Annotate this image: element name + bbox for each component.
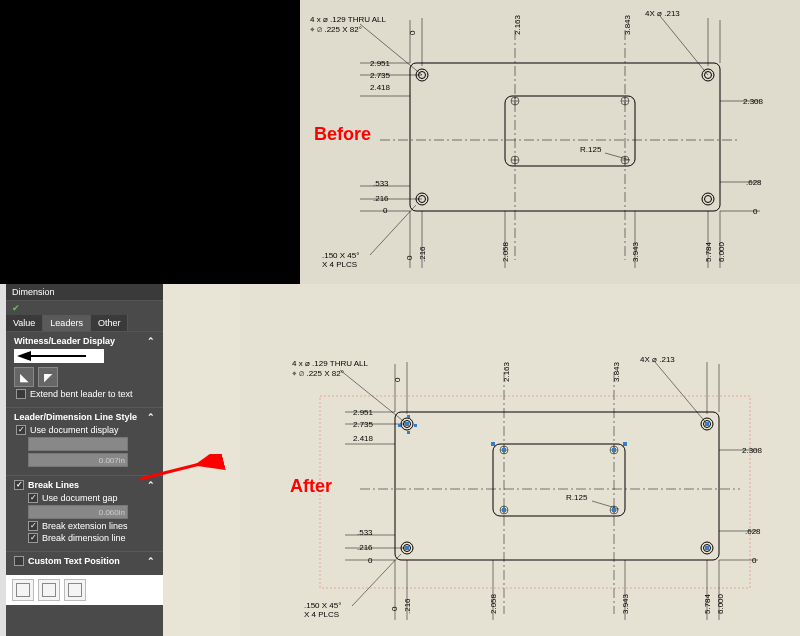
use-doc-gap-checkbox[interactable] (28, 493, 38, 503)
svg-rect-130 (407, 431, 410, 434)
svg-text:⌖ ⌀ .225 X 82°: ⌖ ⌀ .225 X 82° (292, 369, 344, 378)
after-svg: 4 x ⌀ .129 THRU ALL ⌖ ⌀ .225 X 82° 4X ⌀ … (240, 284, 800, 636)
break-lines-checkbox[interactable] (14, 480, 24, 490)
svg-text:0: 0 (752, 556, 757, 565)
before-drawing-canvas: 4 x ⌀ .129 THRU ALL ⌖ ⌀ .225 X 82° 4X ⌀ … (300, 0, 800, 284)
gap-input[interactable]: 0.060in (28, 505, 128, 519)
tab-leaders[interactable]: Leaders (43, 315, 91, 331)
svg-text:0: 0 (393, 377, 402, 382)
leader-style-1-icon[interactable]: ◣ (14, 367, 34, 387)
svg-text:.216: .216 (357, 543, 373, 552)
svg-text:.150 X 45°: .150 X 45° (304, 601, 341, 610)
svg-text:2.735: 2.735 (353, 420, 374, 429)
svg-text:2.418: 2.418 (353, 434, 374, 443)
svg-text:0: 0 (405, 255, 414, 260)
svg-text:4 x ⌀ .129 THRU ALL: 4 x ⌀ .129 THRU ALL (292, 359, 369, 368)
note-thru: 4 x ⌀ .129 THRU ALL (310, 15, 387, 24)
line-style-dropdown[interactable] (28, 437, 128, 451)
svg-rect-119 (405, 546, 409, 550)
text-pos-icons (6, 575, 163, 605)
after-drawing-canvas[interactable]: 4 x ⌀ .129 THRU ALL ⌖ ⌀ .225 X 82° 4X ⌀ … (240, 284, 800, 636)
collapse-icon[interactable]: ⌃ (147, 480, 155, 490)
after-label: After (290, 476, 332, 497)
svg-rect-127 (398, 424, 401, 427)
collapse-icon[interactable]: ⌃ (147, 336, 155, 346)
section-line-style: Leader/Dimension Line Style⌃ Use documen… (6, 408, 163, 476)
svg-rect-120 (705, 546, 709, 550)
svg-text:6.000: 6.000 (717, 241, 726, 262)
svg-text:0: 0 (368, 556, 373, 565)
svg-rect-117 (405, 422, 409, 426)
svg-rect-70 (493, 444, 625, 516)
text-pos-3-icon[interactable] (64, 579, 86, 601)
section-wld: Witness/Leader Display⌃ ◣ ◤ Extend bent … (6, 332, 163, 408)
svg-text:0: 0 (408, 30, 417, 35)
svg-text:.628: .628 (746, 178, 762, 187)
section-break-lines: Break Lines⌃ Use document gap 0.060in Br… (6, 476, 163, 552)
svg-text:.216: .216 (403, 598, 412, 614)
svg-text:3.943: 3.943 (621, 593, 630, 614)
black-area (0, 0, 300, 284)
leader-style-2-icon[interactable]: ◤ (38, 367, 58, 387)
collapse-icon[interactable]: ⌃ (147, 412, 155, 422)
svg-rect-125 (491, 442, 495, 446)
svg-rect-128 (414, 424, 417, 427)
extend-bent-checkbox[interactable] (16, 389, 26, 399)
svg-rect-121 (502, 448, 506, 452)
line-thickness-input[interactable]: 0.007in (28, 453, 128, 467)
arrow-style-dropdown[interactable] (14, 349, 104, 363)
svg-line-47 (370, 205, 416, 255)
note-chamfer2: X 4 PLCS (322, 260, 357, 269)
svg-rect-118 (705, 422, 709, 426)
text-pos-1-icon[interactable] (12, 579, 34, 601)
svg-rect-69 (395, 412, 719, 560)
svg-text:6.000: 6.000 (716, 593, 725, 614)
svg-rect-122 (612, 448, 616, 452)
note-csk: ⌖ ⌀ .225 X 82° (310, 25, 362, 34)
svg-text:.628: .628 (745, 527, 761, 536)
note-chamfer: .150 X 45° (322, 251, 359, 260)
svg-text:.216: .216 (373, 194, 389, 203)
before-panel: 4 x ⌀ .129 THRU ALL ⌖ ⌀ .225 X 82° 4X ⌀ … (0, 0, 800, 284)
after-panel: Dimension ✔ Value Leaders Other Witness/… (0, 284, 800, 636)
svg-point-8 (702, 193, 714, 205)
svg-text:2.163: 2.163 (502, 361, 511, 382)
svg-text:2.951: 2.951 (370, 59, 391, 68)
svg-text:3.843: 3.843 (612, 361, 621, 382)
before-label: Before (314, 124, 371, 145)
tab-value[interactable]: Value (6, 315, 43, 331)
svg-text:2.735: 2.735 (370, 71, 391, 80)
svg-rect-126 (623, 442, 627, 446)
dimension-title: Dimension (12, 287, 55, 297)
svg-text:0: 0 (383, 206, 388, 215)
svg-line-116 (352, 554, 401, 606)
svg-line-45 (660, 16, 708, 75)
section-custom-text: Custom Text Position⌃ (6, 552, 163, 575)
ok-icon[interactable]: ✔ (12, 303, 20, 313)
text-pos-2-icon[interactable] (38, 579, 60, 601)
note-r125: R.125 (580, 145, 602, 154)
note-4x: 4X ⌀ .213 (645, 9, 680, 18)
collapse-icon[interactable]: ⌃ (147, 556, 155, 566)
tab-other[interactable]: Other (91, 315, 129, 331)
svg-point-9 (705, 196, 712, 203)
svg-text:5.784: 5.784 (704, 241, 713, 262)
custom-text-pos-checkbox[interactable] (14, 556, 24, 566)
break-ext-checkbox[interactable] (28, 521, 38, 531)
svg-text:X 4 PLCS: X 4 PLCS (304, 610, 339, 619)
svg-text:.216: .216 (418, 246, 427, 262)
svg-text:2.308: 2.308 (742, 446, 763, 455)
svg-text:.533: .533 (373, 179, 389, 188)
use-doc-display-checkbox[interactable] (16, 425, 26, 435)
svg-rect-1 (505, 96, 635, 166)
svg-text:2.163: 2.163 (513, 14, 522, 35)
svg-text:0: 0 (390, 606, 399, 611)
svg-rect-129 (407, 415, 410, 418)
svg-text:2.058: 2.058 (501, 241, 510, 262)
svg-text:2.058: 2.058 (489, 593, 498, 614)
svg-text:0: 0 (753, 207, 758, 216)
svg-rect-124 (612, 508, 616, 512)
break-dim-checkbox[interactable] (28, 533, 38, 543)
svg-line-115 (592, 501, 619, 509)
svg-text:2.418: 2.418 (370, 83, 391, 92)
